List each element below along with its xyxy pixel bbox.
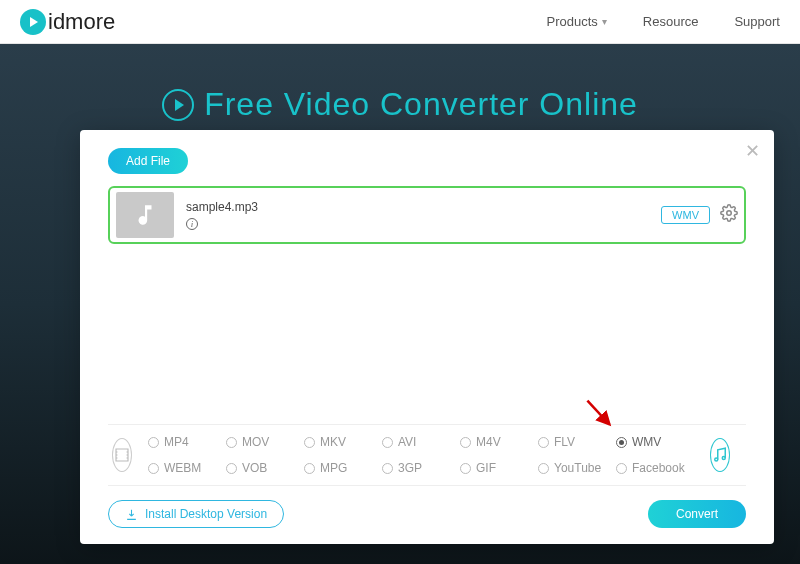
install-desktop-label: Install Desktop Version: [145, 507, 267, 521]
format-label: MKV: [320, 435, 346, 449]
hero-title-text: Free Video Converter Online: [204, 86, 638, 123]
format-option-3gp[interactable]: 3GP: [382, 461, 460, 475]
radio-icon: [226, 437, 237, 448]
radio-icon: [304, 437, 315, 448]
file-name: sample4.mp3: [186, 200, 661, 214]
video-category-icon[interactable]: [112, 438, 132, 472]
nav-support[interactable]: Support: [734, 14, 780, 29]
radio-icon: [382, 463, 393, 474]
info-icon[interactable]: i: [186, 218, 198, 230]
format-option-gif[interactable]: GIF: [460, 461, 538, 475]
format-label: AVI: [398, 435, 416, 449]
format-option-wmv[interactable]: WMV: [616, 435, 694, 449]
format-selector: MP4MOVMKVAVIM4VFLVWMVWEBMVOBMPG3GPGIFYou…: [108, 424, 746, 486]
format-option-mp4[interactable]: MP4: [148, 435, 226, 449]
logo: idmore: [20, 9, 115, 35]
format-label: MPG: [320, 461, 347, 475]
format-label: M4V: [476, 435, 501, 449]
radio-icon: [148, 437, 159, 448]
radio-icon: [460, 437, 471, 448]
format-label: 3GP: [398, 461, 422, 475]
format-option-avi[interactable]: AVI: [382, 435, 460, 449]
close-icon[interactable]: ✕: [745, 140, 760, 162]
format-label: WEBM: [164, 461, 201, 475]
convert-button[interactable]: Convert: [648, 500, 746, 528]
svg-point-2: [722, 457, 725, 460]
brand-text: idmore: [48, 9, 115, 35]
format-option-mpg[interactable]: MPG: [304, 461, 382, 475]
format-option-m4v[interactable]: M4V: [460, 435, 538, 449]
radio-icon: [304, 463, 315, 474]
music-note-icon: [132, 202, 158, 228]
logo-icon: [20, 9, 46, 35]
format-label: MOV: [242, 435, 269, 449]
format-label: YouTube: [554, 461, 601, 475]
format-label: Facebook: [632, 461, 685, 475]
format-option-youtube[interactable]: YouTube: [538, 461, 616, 475]
svg-point-1: [715, 458, 718, 461]
radio-icon: [538, 463, 549, 474]
nav-links: Products▾ Resource Support: [547, 14, 781, 29]
format-option-facebook[interactable]: Facebook: [616, 461, 694, 475]
format-label: FLV: [554, 435, 575, 449]
radio-icon: [460, 463, 471, 474]
converter-modal: ✕ Add File sample4.mp3 i WMV MP4MOVMKVAV…: [80, 130, 774, 544]
format-badge[interactable]: WMV: [661, 206, 710, 224]
radio-icon: [616, 463, 627, 474]
format-option-vob[interactable]: VOB: [226, 461, 304, 475]
svg-point-0: [727, 211, 732, 216]
radio-icon: [616, 437, 627, 448]
format-option-flv[interactable]: FLV: [538, 435, 616, 449]
audio-category-icon[interactable]: [710, 438, 730, 472]
format-label: WMV: [632, 435, 661, 449]
format-label: GIF: [476, 461, 496, 475]
format-option-mov[interactable]: MOV: [226, 435, 304, 449]
hero-title: Free Video Converter Online: [0, 86, 800, 123]
nav-products[interactable]: Products▾: [547, 14, 607, 29]
nav-resource[interactable]: Resource: [643, 14, 699, 29]
radio-icon: [382, 437, 393, 448]
download-icon: [125, 508, 138, 521]
format-option-webm[interactable]: WEBM: [148, 461, 226, 475]
file-meta: sample4.mp3 i: [186, 200, 661, 230]
radio-icon: [538, 437, 549, 448]
arrow-annotation-icon: [584, 399, 618, 433]
play-circle-icon: [162, 89, 194, 121]
format-label: VOB: [242, 461, 267, 475]
radio-icon: [226, 463, 237, 474]
radio-icon: [148, 463, 159, 474]
chevron-down-icon: ▾: [602, 16, 607, 27]
install-desktop-button[interactable]: Install Desktop Version: [108, 500, 284, 528]
file-row: sample4.mp3 i WMV: [108, 186, 746, 244]
modal-footer: Install Desktop Version Convert: [108, 486, 746, 528]
format-label: MP4: [164, 435, 189, 449]
format-grid: MP4MOVMKVAVIM4VFLVWMVWEBMVOBMPG3GPGIFYou…: [148, 435, 694, 475]
format-option-mkv[interactable]: MKV: [304, 435, 382, 449]
topbar: idmore Products▾ Resource Support: [0, 0, 800, 44]
gear-icon[interactable]: [720, 204, 738, 226]
add-file-button[interactable]: Add File: [108, 148, 188, 174]
file-thumbnail: [116, 192, 174, 238]
